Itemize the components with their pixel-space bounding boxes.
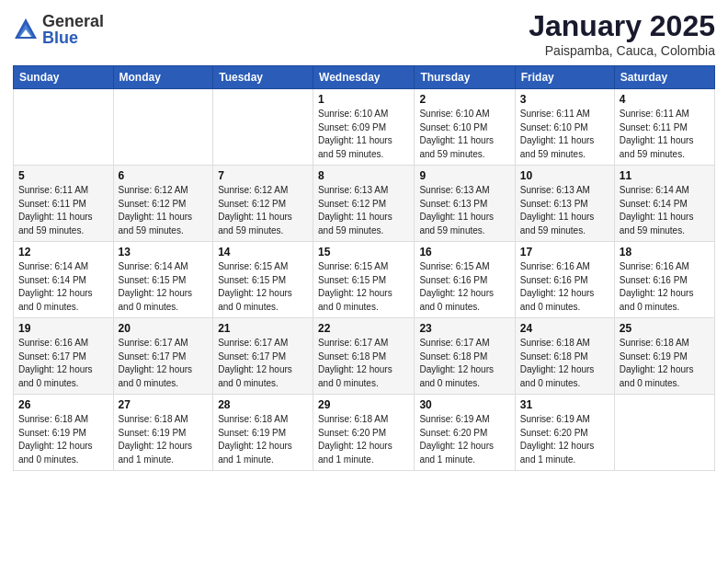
day-info: Sunrise: 6:14 AMSunset: 6:14 PMDaylight:… <box>620 184 710 237</box>
logo: General Blue <box>13 13 104 46</box>
table-row: 6Sunrise: 6:12 AMSunset: 6:12 PMDaylight… <box>113 166 213 242</box>
logo-general-text: General <box>42 13 104 29</box>
day-info: Sunrise: 6:16 AMSunset: 6:17 PMDaylight:… <box>18 337 108 390</box>
calendar-week-row: 1Sunrise: 6:10 AMSunset: 6:09 PMDaylight… <box>14 89 715 166</box>
day-info: Sunrise: 6:11 AMSunset: 6:10 PMDaylight:… <box>520 108 609 161</box>
table-row <box>113 89 213 166</box>
day-number: 12 <box>18 246 108 259</box>
day-number: 25 <box>620 322 710 335</box>
day-number: 8 <box>318 169 409 182</box>
table-row: 8Sunrise: 6:13 AMSunset: 6:12 PMDaylight… <box>313 166 415 242</box>
table-row: 25Sunrise: 6:18 AMSunset: 6:19 PMDayligh… <box>614 318 714 395</box>
logo-text: General Blue <box>42 13 104 46</box>
table-row: 2Sunrise: 6:10 AMSunset: 6:10 PMDaylight… <box>415 89 515 166</box>
day-info: Sunrise: 6:11 AMSunset: 6:11 PMDaylight:… <box>620 108 710 161</box>
logo-blue-text: Blue <box>42 29 104 46</box>
day-number: 24 <box>520 322 609 335</box>
calendar-week-row: 5Sunrise: 6:11 AMSunset: 6:11 PMDaylight… <box>14 166 715 242</box>
day-number: 31 <box>520 398 609 411</box>
day-number: 4 <box>620 93 710 106</box>
table-row: 27Sunrise: 6:18 AMSunset: 6:19 PMDayligh… <box>113 395 213 471</box>
day-number: 11 <box>620 169 710 182</box>
month-title: January 2025 <box>529 9 715 43</box>
location-subtitle: Paispamba, Cauca, Colombia <box>529 43 715 58</box>
day-info: Sunrise: 6:13 AMSunset: 6:12 PMDaylight:… <box>318 184 409 237</box>
day-number: 28 <box>218 398 308 411</box>
day-info: Sunrise: 6:14 AMSunset: 6:15 PMDaylight:… <box>119 260 209 314</box>
col-wednesday: Wednesday <box>313 66 415 89</box>
table-row: 29Sunrise: 6:18 AMSunset: 6:20 PMDayligh… <box>313 395 415 471</box>
day-info: Sunrise: 6:14 AMSunset: 6:14 PMDaylight:… <box>18 260 108 314</box>
table-row: 1Sunrise: 6:10 AMSunset: 6:09 PMDaylight… <box>313 89 415 166</box>
table-row: 21Sunrise: 6:17 AMSunset: 6:17 PMDayligh… <box>213 318 313 395</box>
day-number: 1 <box>318 93 409 106</box>
day-info: Sunrise: 6:19 AMSunset: 6:20 PMDaylight:… <box>419 413 509 466</box>
table-row: 15Sunrise: 6:15 AMSunset: 6:15 PMDayligh… <box>313 242 415 318</box>
calendar-week-row: 12Sunrise: 6:14 AMSunset: 6:14 PMDayligh… <box>14 242 715 318</box>
table-row: 3Sunrise: 6:11 AMSunset: 6:10 PMDaylight… <box>515 89 614 166</box>
day-info: Sunrise: 6:16 AMSunset: 6:16 PMDaylight:… <box>520 260 609 314</box>
day-info: Sunrise: 6:15 AMSunset: 6:16 PMDaylight:… <box>419 260 509 314</box>
col-friday: Friday <box>515 66 614 89</box>
day-info: Sunrise: 6:12 AMSunset: 6:12 PMDaylight:… <box>218 184 308 237</box>
calendar-header-row: Sunday Monday Tuesday Wednesday Thursday… <box>14 66 715 89</box>
day-number: 6 <box>119 169 209 182</box>
header: General Blue January 2025 Paispamba, Cau… <box>13 9 715 58</box>
day-number: 2 <box>419 93 509 106</box>
day-info: Sunrise: 6:16 AMSunset: 6:16 PMDaylight:… <box>620 260 710 314</box>
day-info: Sunrise: 6:17 AMSunset: 6:17 PMDaylight:… <box>218 337 308 390</box>
day-number: 20 <box>119 322 209 335</box>
page-container: General Blue January 2025 Paispamba, Cau… <box>0 0 728 563</box>
col-monday: Monday <box>113 66 213 89</box>
day-info: Sunrise: 6:13 AMSunset: 6:13 PMDaylight:… <box>419 184 509 237</box>
day-number: 17 <box>520 246 609 259</box>
day-number: 14 <box>218 246 308 259</box>
table-row: 9Sunrise: 6:13 AMSunset: 6:13 PMDaylight… <box>415 166 515 242</box>
day-info: Sunrise: 6:13 AMSunset: 6:13 PMDaylight:… <box>520 184 609 237</box>
day-number: 16 <box>419 246 509 259</box>
day-number: 18 <box>620 246 710 259</box>
logo-icon <box>13 17 39 42</box>
day-info: Sunrise: 6:18 AMSunset: 6:19 PMDaylight:… <box>218 413 308 466</box>
day-info: Sunrise: 6:17 AMSunset: 6:18 PMDaylight:… <box>419 337 509 390</box>
table-row: 4Sunrise: 6:11 AMSunset: 6:11 PMDaylight… <box>614 89 714 166</box>
day-number: 15 <box>318 246 409 259</box>
day-number: 27 <box>119 398 209 411</box>
day-info: Sunrise: 6:18 AMSunset: 6:19 PMDaylight:… <box>119 413 209 466</box>
table-row: 16Sunrise: 6:15 AMSunset: 6:16 PMDayligh… <box>415 242 515 318</box>
table-row: 17Sunrise: 6:16 AMSunset: 6:16 PMDayligh… <box>515 242 614 318</box>
col-thursday: Thursday <box>415 66 515 89</box>
table-row: 30Sunrise: 6:19 AMSunset: 6:20 PMDayligh… <box>415 395 515 471</box>
table-row: 19Sunrise: 6:16 AMSunset: 6:17 PMDayligh… <box>14 318 114 395</box>
calendar-table: Sunday Monday Tuesday Wednesday Thursday… <box>13 65 715 471</box>
day-number: 9 <box>419 169 509 182</box>
day-info: Sunrise: 6:10 AMSunset: 6:10 PMDaylight:… <box>419 108 509 161</box>
day-number: 21 <box>218 322 308 335</box>
day-info: Sunrise: 6:17 AMSunset: 6:17 PMDaylight:… <box>119 337 209 390</box>
day-info: Sunrise: 6:18 AMSunset: 6:20 PMDaylight:… <box>318 413 409 466</box>
day-info: Sunrise: 6:10 AMSunset: 6:09 PMDaylight:… <box>318 108 409 161</box>
day-number: 22 <box>318 322 409 335</box>
table-row: 5Sunrise: 6:11 AMSunset: 6:11 PMDaylight… <box>14 166 114 242</box>
table-row: 12Sunrise: 6:14 AMSunset: 6:14 PMDayligh… <box>14 242 114 318</box>
table-row: 22Sunrise: 6:17 AMSunset: 6:18 PMDayligh… <box>313 318 415 395</box>
day-number: 3 <box>520 93 609 106</box>
table-row: 10Sunrise: 6:13 AMSunset: 6:13 PMDayligh… <box>515 166 614 242</box>
title-block: January 2025 Paispamba, Cauca, Colombia <box>529 9 715 58</box>
day-info: Sunrise: 6:18 AMSunset: 6:19 PMDaylight:… <box>18 413 108 466</box>
day-info: Sunrise: 6:18 AMSunset: 6:18 PMDaylight:… <box>520 337 609 390</box>
day-number: 26 <box>18 398 108 411</box>
day-info: Sunrise: 6:12 AMSunset: 6:12 PMDaylight:… <box>119 184 209 237</box>
table-row: 24Sunrise: 6:18 AMSunset: 6:18 PMDayligh… <box>515 318 614 395</box>
table-row: 13Sunrise: 6:14 AMSunset: 6:15 PMDayligh… <box>113 242 213 318</box>
table-row: 20Sunrise: 6:17 AMSunset: 6:17 PMDayligh… <box>113 318 213 395</box>
day-number: 13 <box>119 246 209 259</box>
day-info: Sunrise: 6:15 AMSunset: 6:15 PMDaylight:… <box>218 260 308 314</box>
day-number: 10 <box>520 169 609 182</box>
table-row: 31Sunrise: 6:19 AMSunset: 6:20 PMDayligh… <box>515 395 614 471</box>
col-sunday: Sunday <box>14 66 114 89</box>
day-info: Sunrise: 6:11 AMSunset: 6:11 PMDaylight:… <box>18 184 108 237</box>
day-number: 7 <box>218 169 308 182</box>
calendar-week-row: 19Sunrise: 6:16 AMSunset: 6:17 PMDayligh… <box>14 318 715 395</box>
table-row <box>14 89 114 166</box>
